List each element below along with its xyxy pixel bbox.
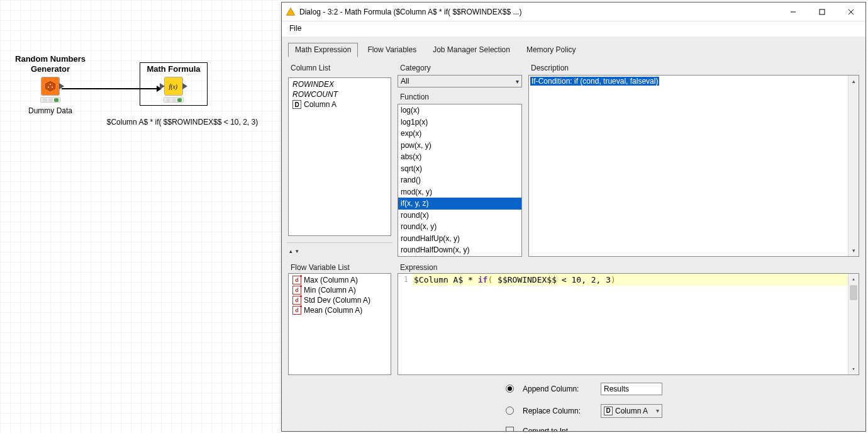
dialog-title: Dialog - 3:2 - Math Formula ($Column A$ … <box>299 8 779 16</box>
category-label: Category <box>398 62 522 74</box>
flow-variable-item[interactable]: dMean (Column A) <box>290 305 389 315</box>
function-item[interactable]: rand() <box>398 174 521 186</box>
category-select[interactable]: All ▾ <box>398 75 522 87</box>
flow-var-icon: d <box>292 286 301 295</box>
list-item[interactable]: ROWINDEX <box>290 79 389 89</box>
double-type-icon: D <box>604 407 613 415</box>
tabs: Math Expression Flow Variables Job Manag… <box>288 43 859 57</box>
svg-point-1 <box>50 84 51 85</box>
node-title: Random Numbers <box>6 54 94 64</box>
node-status <box>164 97 184 103</box>
node-icon[interactable] <box>41 77 60 96</box>
close-button[interactable] <box>837 3 865 21</box>
radio-append-column[interactable] <box>506 385 514 393</box>
app-icon <box>286 7 296 17</box>
svg-rect-7 <box>820 9 825 14</box>
function-label: Function <box>398 91 522 103</box>
category-value: All <box>401 77 409 86</box>
convert-to-int-label: Convert to Int <box>523 427 568 432</box>
node-label: Dummy Data <box>6 106 94 115</box>
flow-variable-list[interactable]: dMax (Column A)dMin (Column A)dStd Dev (… <box>288 273 391 375</box>
function-item[interactable]: abs(x) <box>398 151 521 163</box>
flow-variable-item[interactable]: dMin (Column A) <box>290 285 389 295</box>
svg-marker-0 <box>46 82 55 91</box>
node-title: Math Formula <box>143 64 204 74</box>
replace-column-label: Replace Column: <box>523 407 592 415</box>
expression-line: $Column A$ * if( $$ROWINDEX$$ < 10, 2, 3… <box>412 274 848 286</box>
list-item[interactable]: ROWCOUNT <box>290 89 389 99</box>
svg-point-2 <box>48 87 49 88</box>
svg-marker-5 <box>286 8 294 15</box>
tab-memory-policy[interactable]: Memory Policy <box>520 43 583 57</box>
function-list[interactable]: log(x)log1p(x)exp(x)pow(x, y)abs(x)sqrt(… <box>398 104 522 257</box>
expression-editor[interactable]: 1 $Column A$ * if( $$ROWINDEX$$ < 10, 2,… <box>398 273 859 375</box>
separator <box>287 242 392 243</box>
scrollbar[interactable]: ▴▾ <box>848 76 859 256</box>
svg-point-3 <box>52 87 53 88</box>
flow-var-icon: d <box>292 296 301 305</box>
description-box[interactable]: If-Condition: if (cond, trueval, falseva… <box>528 75 859 257</box>
resize-handle[interactable]: ▴ ▾ <box>288 248 391 254</box>
flow-variable-item[interactable]: dStd Dev (Column A) <box>290 295 389 305</box>
description-label: Description <box>528 62 859 74</box>
function-item[interactable]: roundHalfDown(x, y) <box>398 244 521 256</box>
fx-icon: f(x) <box>168 82 179 91</box>
maximize-button[interactable] <box>808 3 837 21</box>
tab-flow-variables[interactable]: Flow Variables <box>360 43 423 57</box>
node-status <box>40 97 60 103</box>
function-item[interactable]: mod(x, y) <box>398 186 521 198</box>
function-item[interactable]: round(x) <box>398 210 521 222</box>
flow-var-icon: d <box>292 276 301 284</box>
function-item[interactable]: pow(x, y) <box>398 140 521 152</box>
titlebar[interactable]: Dialog - 3:2 - Math Formula ($Column A$ … <box>282 3 865 21</box>
list-item-label: Column A <box>304 100 337 109</box>
menubar: File <box>282 21 865 37</box>
double-type-icon: D <box>292 100 301 109</box>
radio-replace-column[interactable] <box>506 407 514 415</box>
append-column-input[interactable] <box>601 383 662 395</box>
node-random-numbers-generator[interactable]: Random Numbers Generator Dummy Data <box>6 54 94 115</box>
checkbox-convert-to-int[interactable] <box>506 427 514 431</box>
node-math-formula[interactable]: Math Formula f(x) <box>140 62 208 106</box>
function-item[interactable]: sqrt(x) <box>398 163 521 175</box>
node-title: Generator <box>6 64 94 74</box>
replace-column-value: Column A <box>615 407 648 415</box>
column-list[interactable]: ROWINDEX ROWCOUNT DColumn A <box>288 77 391 236</box>
function-item[interactable]: round(x, y) <box>398 221 521 233</box>
chevron-down-icon: ▾ <box>516 78 519 85</box>
flow-var-label: Mean (Column A) <box>304 306 362 315</box>
list-item[interactable]: DColumn A <box>290 99 389 110</box>
tab-math-expression[interactable]: Math Expression <box>288 43 358 57</box>
minimize-button[interactable] <box>779 3 808 21</box>
function-item[interactable]: log(x) <box>398 104 521 116</box>
flow-variable-list-label: Flow Variable List <box>288 262 391 273</box>
scrollbar[interactable]: ▴▾ <box>848 274 859 374</box>
svg-text:f(x): f(x) <box>169 83 178 91</box>
expression-label: Expression <box>398 262 859 273</box>
node-icon[interactable]: f(x) <box>164 77 183 96</box>
column-list-label: Column List <box>288 62 391 74</box>
replace-column-select[interactable]: D Column A ▾ <box>601 404 662 418</box>
flow-variable-item[interactable]: dMax (Column A) <box>290 275 389 285</box>
append-column-label: Append Column: <box>523 385 592 393</box>
flow-var-icon: d <box>292 306 301 315</box>
flow-var-label: Std Dev (Column A) <box>304 296 370 305</box>
node-label: $Column A$ * if( $$ROWINDEX$$ < 10, 2, 3… <box>88 118 277 127</box>
menu-file[interactable]: File <box>287 23 304 34</box>
function-item[interactable]: if(x, y, z) <box>398 198 521 210</box>
function-item[interactable]: log1p(x) <box>398 116 521 128</box>
line-gutter: 1 <box>398 274 411 374</box>
function-item[interactable]: exp(x) <box>398 128 521 140</box>
dice-icon <box>45 81 56 92</box>
dialog-math-formula: Dialog - 3:2 - Math Formula ($Column A$ … <box>281 2 866 432</box>
chevron-down-icon: ▾ <box>656 407 659 414</box>
function-item[interactable]: roundHalfUp(x, y) <box>398 233 521 245</box>
output-options: Append Column: Replace Column: D Column … <box>288 383 859 432</box>
description-text: If-Condition: if (cond, trueval, falseva… <box>530 77 659 86</box>
flow-var-label: Max (Column A) <box>304 276 358 284</box>
tab-job-manager[interactable]: Job Manager Selection <box>426 43 517 57</box>
flow-var-label: Min (Column A) <box>304 286 356 295</box>
